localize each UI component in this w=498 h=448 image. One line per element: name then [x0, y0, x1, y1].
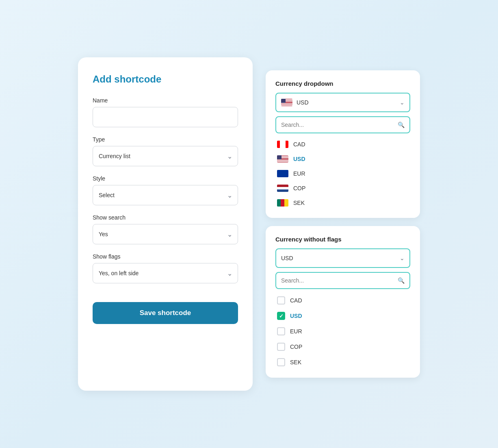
- save-shortcode-button[interactable]: Save shortcode: [93, 302, 238, 324]
- flag-us-icon: [277, 155, 288, 163]
- currency-search-box: 🔍: [275, 116, 410, 133]
- list-item[interactable]: SEK: [275, 355, 410, 370]
- search-icon: 🔍: [398, 122, 405, 128]
- currency-dropdown-title: Currency dropdown: [275, 80, 410, 87]
- search-icon: 🔍: [398, 277, 405, 284]
- style-select-wrapper: Select ⌄: [93, 185, 238, 205]
- currency-list: CAD USD EUR COP SEK: [275, 137, 410, 210]
- type-select[interactable]: Currency list: [93, 146, 238, 166]
- dropdown-chevron-icon: ⌄: [400, 99, 405, 106]
- show-flags-select[interactable]: Yes, on left side: [93, 263, 238, 283]
- without-flags-selected-code: USD: [281, 255, 396, 261]
- list-item[interactable]: CAD: [275, 293, 410, 308]
- show-flags-select-wrapper: Yes, on left side ⌄: [93, 263, 238, 283]
- flag-cm-icon: [277, 199, 288, 207]
- show-search-select[interactable]: Yes: [93, 224, 238, 244]
- style-group: Style Select ⌄: [93, 175, 238, 205]
- name-input[interactable]: [93, 107, 238, 127]
- type-select-wrapper: Currency list ⌄: [93, 146, 238, 166]
- currency-item-label: CAD: [293, 141, 305, 148]
- right-column: Currency dropdown USD ⌄ 🔍 CAD USD EUR: [266, 70, 420, 378]
- card-title: Add shortcode: [93, 74, 238, 85]
- without-flags-title: Currency without flags: [275, 236, 410, 243]
- add-shortcode-card: Add shortcode Name Type Currency list ⌄ …: [78, 57, 253, 391]
- list-item[interactable]: CAD: [275, 137, 410, 151]
- list-item[interactable]: USD: [275, 309, 410, 323]
- without-flags-chevron-icon: ⌄: [400, 255, 405, 261]
- style-label: Style: [93, 175, 238, 182]
- type-label: Type: [93, 136, 238, 143]
- currency-item-label: EUR: [293, 170, 305, 177]
- show-flags-group: Show flags Yes, on left side ⌄: [93, 253, 238, 283]
- checkbox-cad[interactable]: [277, 296, 285, 304]
- flag-ca-icon: [277, 141, 288, 148]
- checkbox-cop[interactable]: [277, 343, 285, 351]
- currency-item-label: COP: [293, 185, 305, 191]
- without-flags-selected-box[interactable]: USD ⌄: [275, 248, 410, 268]
- currency-without-flags-card: Currency without flags USD ⌄ 🔍 CAD USD E…: [266, 226, 420, 378]
- currency-item-label: SEK: [293, 200, 305, 206]
- without-flags-search-box: 🔍: [275, 272, 410, 289]
- show-search-label: Show search: [93, 214, 238, 221]
- list-item[interactable]: SEK: [275, 196, 410, 210]
- currency-search-input[interactable]: [281, 122, 394, 128]
- flag-nl-icon: [277, 185, 288, 192]
- show-flags-label: Show flags: [93, 253, 238, 260]
- show-search-group: Show search Yes ⌄: [93, 214, 238, 244]
- currency-item-label: COP: [290, 344, 302, 350]
- list-item[interactable]: EUR: [275, 324, 410, 339]
- flag-eu-icon: [277, 170, 288, 177]
- name-group: Name: [93, 97, 238, 127]
- currency-item-label: USD: [290, 313, 302, 319]
- currency-item-label: USD: [293, 156, 305, 162]
- checkbox-eur[interactable]: [277, 327, 285, 335]
- list-item[interactable]: COP: [275, 339, 410, 354]
- without-flags-search-input[interactable]: [281, 277, 394, 284]
- checkbox-sek[interactable]: [277, 358, 285, 366]
- currency-item-label: EUR: [290, 328, 302, 335]
- currency-item-label: CAD: [290, 297, 302, 304]
- type-group: Type Currency list ⌄: [93, 136, 238, 166]
- list-item[interactable]: USD: [275, 152, 410, 166]
- selected-flag-icon: [281, 99, 292, 106]
- checkbox-usd[interactable]: [277, 312, 285, 320]
- currency-item-label: SEK: [290, 359, 301, 365]
- currency-dropdown-card: Currency dropdown USD ⌄ 🔍 CAD USD EUR: [266, 70, 420, 218]
- list-item[interactable]: EUR: [275, 167, 410, 181]
- show-search-select-wrapper: Yes ⌄: [93, 224, 238, 244]
- name-label: Name: [93, 97, 238, 104]
- without-flags-list: CAD USD EUR COP SEK: [275, 293, 410, 370]
- selected-currency-code: USD: [297, 99, 396, 106]
- currency-selected-box[interactable]: USD ⌄: [275, 93, 410, 112]
- style-select[interactable]: Select: [93, 185, 238, 205]
- list-item[interactable]: COP: [275, 181, 410, 195]
